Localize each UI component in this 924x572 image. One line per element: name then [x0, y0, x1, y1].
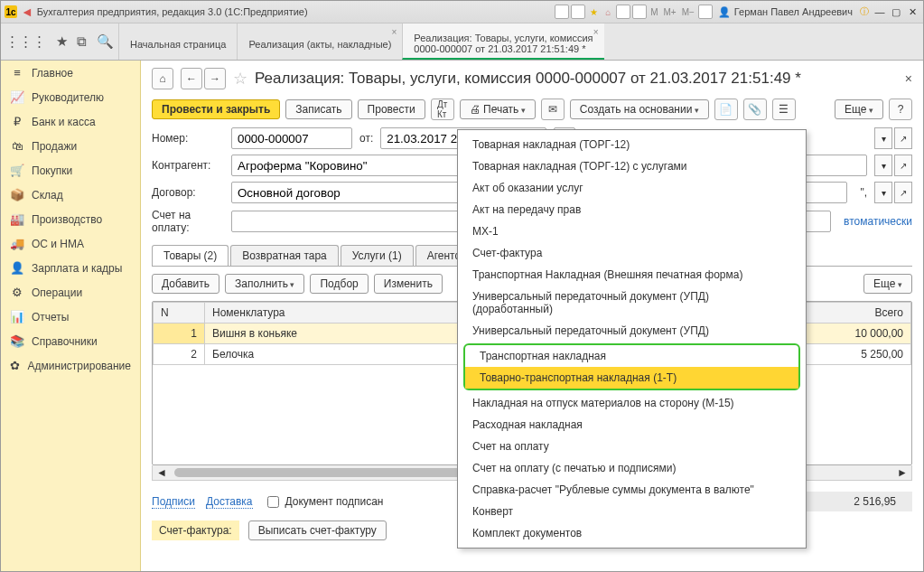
sidebar-item-5[interactable]: 📦Склад — [1, 183, 140, 207]
list-button[interactable]: ☰ — [772, 98, 796, 120]
auto-link[interactable]: втоматически — [844, 215, 912, 228]
print-menu-item[interactable]: МХ-1 — [458, 220, 806, 242]
save-button[interactable]: Записать — [285, 99, 351, 119]
tab-realization-doc[interactable]: Реализация: Товары, услуги, комиссия 000… — [402, 23, 603, 60]
post-button[interactable]: Провести — [358, 99, 425, 119]
field-open-icon[interactable]: ↗ — [894, 127, 912, 149]
print-menu-item[interactable]: Накладная на отпуск материалов на сторон… — [458, 392, 806, 414]
print-menu-item[interactable]: Справка-расчет "Рублевые суммы документа… — [458, 479, 806, 501]
favorite-star-icon[interactable]: ☆ — [233, 69, 247, 89]
field-open-icon[interactable]: ↗ — [894, 182, 912, 203]
mem-mplus[interactable]: M+ — [662, 7, 678, 17]
sidebar-item-8[interactable]: 👤Зарплата и кадры — [1, 256, 140, 280]
close-icon[interactable]: × — [593, 27, 599, 37]
help-button[interactable]: ? — [889, 98, 912, 120]
attach-button[interactable]: 📎 — [743, 98, 767, 120]
signatures-link[interactable]: Подписи — [152, 495, 195, 509]
print-menu-item[interactable]: Акт об оказании услуг — [458, 177, 806, 199]
section-tab-2[interactable]: Услуги (1) — [341, 245, 414, 266]
create-on-basis-button[interactable]: Создать на основании — [570, 99, 709, 119]
field-open-icon[interactable]: ↗ — [894, 155, 912, 176]
star-icon[interactable]: ★ — [587, 5, 600, 18]
add-button[interactable]: Добавить — [152, 274, 219, 294]
close-icon[interactable]: × — [391, 27, 397, 37]
print-menu-item[interactable]: Товарная накладная (ТОРГ-12) — [458, 134, 806, 155]
files-button[interactable]: 📄 — [714, 98, 738, 120]
minimize-button[interactable]: — — [873, 5, 887, 18]
doc-signed-checkbox[interactable]: Документ подписан — [264, 493, 384, 511]
tb-icon-1[interactable] — [555, 5, 569, 19]
tb-icon-5[interactable] — [698, 5, 713, 19]
tab-realization-list[interactable]: Реализация (акты, накладные) × — [237, 23, 402, 60]
print-menu-item[interactable]: Конверт — [458, 501, 806, 522]
field-clear-icon[interactable]: ▾ — [874, 127, 892, 149]
search-icon[interactable]: 🔍 — [97, 33, 114, 50]
col-n[interactable]: N — [154, 303, 205, 324]
home-button[interactable]: ⌂ — [152, 68, 173, 89]
section-tab-1[interactable]: Возвратная тара — [230, 245, 339, 266]
sidebar-item-3[interactable]: 🛍Продажи — [1, 134, 140, 158]
print-menu-button[interactable]: 🖨 Печать — [460, 99, 536, 119]
post-and-close-button[interactable]: Провести и закрыть — [152, 99, 280, 119]
sidebar-item-6[interactable]: 🏭Производство — [1, 207, 140, 231]
print-menu-item[interactable]: Транспортная Накладная (Внешняя печатная… — [458, 264, 806, 286]
select-button[interactable]: Подбор — [310, 274, 368, 294]
dt-kt-button[interactable]: ДтКт — [431, 98, 454, 120]
clipboard-icon[interactable]: ⧉ — [77, 33, 87, 50]
close-form-button[interactable]: × — [905, 71, 912, 86]
more-button[interactable]: Еще — [835, 99, 883, 119]
sidebar-item-1[interactable]: 📈Руководителю — [1, 85, 140, 109]
mail-button[interactable]: ✉ — [541, 98, 565, 120]
fav-star-icon[interactable]: ★ — [56, 33, 68, 50]
col-total[interactable]: Всего — [806, 303, 911, 324]
table-more-button[interactable]: Еще — [863, 274, 912, 294]
close-window-button[interactable]: ✕ — [905, 5, 919, 18]
scroll-right-icon[interactable]: ► — [893, 466, 911, 479]
sidebar-item-11[interactable]: 📚Справочники — [1, 329, 140, 353]
scroll-left-icon[interactable]: ◄ — [153, 466, 171, 479]
print-menu-item[interactable]: Счет на оплату — [458, 436, 806, 457]
back-icon[interactable]: ◄ — [21, 5, 33, 19]
sidebar-item-7[interactable]: 🚚ОС и НМА — [1, 231, 140, 256]
sidebar-item-12[interactable]: ✿Администрирование — [1, 353, 140, 378]
sidebar-item-9[interactable]: ⚙Операции — [1, 280, 140, 305]
tb-icon-3[interactable] — [616, 5, 630, 19]
maximize-button[interactable]: ▢ — [889, 5, 903, 18]
sidebar-item-4[interactable]: 🛒Покупки — [1, 158, 140, 183]
edit-button[interactable]: Изменить — [374, 274, 443, 294]
tb-icon-4[interactable] — [632, 5, 647, 19]
print-menu-item[interactable]: Акт на передачу прав — [458, 199, 806, 220]
sidebar-item-2[interactable]: ₽Банк и касса — [1, 109, 140, 134]
print-menu-item[interactable]: Счет-фактура — [458, 242, 806, 264]
create-invoice-button[interactable]: Выписать счет-фактуру — [248, 520, 387, 540]
fill-button[interactable]: Заполнить — [225, 274, 304, 294]
tb-icon-2[interactable] — [571, 5, 585, 19]
tab-start-page[interactable]: Начальная страница — [118, 23, 237, 60]
print-menu-item[interactable]: Универсальный передаточный документ (УПД… — [458, 320, 806, 342]
print-dropdown: Товарная накладная (ТОРГ-12)Товарная нак… — [457, 129, 807, 549]
print-menu-item[interactable]: Транспортная накладная — [465, 345, 798, 367]
nav-fwd-button[interactable]: → — [204, 68, 226, 89]
print-menu-item[interactable]: Товарно-транспортная накладная (1-Т) — [465, 367, 798, 389]
section-tab-0[interactable]: Товары (2) — [152, 245, 229, 266]
home-icon[interactable]: ⌂ — [602, 5, 614, 18]
print-menu-item[interactable]: Универсальный передаточный документ (УПД… — [458, 286, 806, 320]
sidebar-label: Отчеты — [32, 311, 69, 324]
print-menu-item[interactable]: Товарная накладная (ТОРГ-12) с услугами — [458, 155, 806, 177]
current-user[interactable]: 👤 Герман Павел Андреевич — [714, 6, 856, 18]
nav-back-button[interactable]: ← — [181, 68, 202, 89]
sidebar-item-10[interactable]: 📊Отчеты — [1, 305, 140, 329]
print-menu-item[interactable]: Комплект документов — [458, 522, 806, 544]
mem-m[interactable]: M — [649, 7, 659, 17]
number-input[interactable] — [231, 127, 352, 149]
doc-signed-input[interactable] — [267, 496, 279, 508]
sidebar-item-0[interactable]: ≡Главное — [1, 61, 140, 85]
info-icon[interactable]: ⓘ — [858, 5, 871, 18]
apps-icon[interactable]: ⋮⋮⋮ — [5, 33, 46, 50]
field-clear-icon[interactable]: ▾ — [874, 182, 892, 203]
print-menu-item[interactable]: Счет на оплату (с печатью и подписями) — [458, 457, 806, 479]
print-menu-item[interactable]: Расходная накладная — [458, 414, 806, 436]
field-clear-icon[interactable]: ▾ — [874, 155, 892, 176]
delivery-link[interactable]: Доставка — [206, 495, 253, 509]
mem-mminus[interactable]: M− — [680, 7, 696, 17]
